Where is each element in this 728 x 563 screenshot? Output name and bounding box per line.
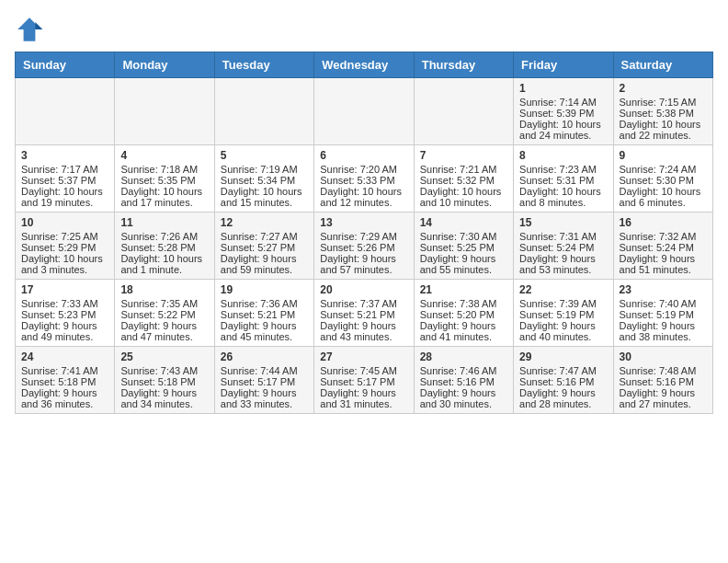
day-number: 2: [620, 82, 707, 95]
day-info: Daylight: 10 hours and 3 minutes.: [21, 253, 108, 275]
calendar-table: SundayMondayTuesdayWednesdayThursdayFrid…: [15, 52, 713, 414]
calendar-cell: [314, 78, 414, 145]
day-info: Sunset: 5:26 PM: [320, 242, 407, 253]
calendar-cell: 7Sunrise: 7:21 AMSunset: 5:32 PMDaylight…: [414, 145, 513, 213]
day-info: Daylight: 10 hours and 24 minutes.: [519, 119, 607, 141]
day-info: Sunrise: 7:37 AM: [320, 298, 407, 309]
calendar-week-row: 10Sunrise: 7:25 AMSunset: 5:29 PMDayligh…: [16, 213, 713, 280]
day-info: Sunrise: 7:30 AM: [420, 231, 507, 242]
day-info: Daylight: 10 hours and 8 minutes.: [519, 186, 607, 208]
day-number: 14: [420, 216, 507, 229]
calendar-cell: 5Sunrise: 7:19 AMSunset: 5:34 PMDaylight…: [214, 145, 313, 213]
day-info: Daylight: 9 hours and 51 minutes.: [620, 253, 707, 275]
day-number: 8: [519, 149, 607, 162]
day-info: Daylight: 10 hours and 1 minute.: [120, 253, 208, 275]
day-info: Daylight: 9 hours and 30 minutes.: [420, 387, 507, 409]
calendar-cell: 23Sunrise: 7:40 AMSunset: 5:19 PMDayligh…: [613, 280, 712, 347]
day-info: Sunset: 5:37 PM: [21, 175, 108, 186]
day-info: Sunrise: 7:43 AM: [120, 365, 208, 376]
logo-icon: [15, 15, 44, 44]
day-info: Daylight: 9 hours and 38 minutes.: [620, 320, 707, 342]
calendar-week-row: 3Sunrise: 7:17 AMSunset: 5:37 PMDaylight…: [16, 145, 713, 213]
day-info: Sunrise: 7:19 AM: [221, 164, 308, 175]
calendar-cell: 8Sunrise: 7:23 AMSunset: 5:31 PMDaylight…: [514, 145, 613, 213]
day-info: Sunrise: 7:39 AM: [519, 298, 607, 309]
day-info: Sunset: 5:38 PM: [620, 108, 707, 119]
day-info: Sunrise: 7:35 AM: [120, 298, 208, 309]
day-info: Daylight: 9 hours and 41 minutes.: [420, 320, 507, 342]
calendar-cell: [214, 78, 313, 145]
day-info: Daylight: 9 hours and 27 minutes.: [620, 387, 707, 409]
day-info: Sunset: 5:34 PM: [221, 175, 308, 186]
day-info: Sunset: 5:19 PM: [519, 309, 607, 320]
day-info: Sunrise: 7:44 AM: [221, 365, 308, 376]
calendar-cell: 4Sunrise: 7:18 AMSunset: 5:35 PMDaylight…: [115, 145, 214, 213]
day-number: 3: [21, 149, 108, 162]
calendar-cell: 12Sunrise: 7:27 AMSunset: 5:27 PMDayligh…: [214, 213, 313, 280]
calendar-week-row: 1Sunrise: 7:14 AMSunset: 5:39 PMDaylight…: [16, 78, 713, 145]
day-info: Sunrise: 7:38 AM: [420, 298, 507, 309]
calendar-cell: [16, 78, 115, 145]
calendar-cell: 25Sunrise: 7:43 AMSunset: 5:18 PMDayligh…: [115, 347, 214, 414]
calendar-cell: 24Sunrise: 7:41 AMSunset: 5:18 PMDayligh…: [16, 347, 115, 414]
day-number: 29: [519, 350, 607, 363]
day-info: Sunset: 5:16 PM: [519, 376, 607, 387]
calendar-cell: 26Sunrise: 7:44 AMSunset: 5:17 PMDayligh…: [214, 347, 313, 414]
day-info: Daylight: 9 hours and 36 minutes.: [21, 387, 108, 409]
day-info: Daylight: 10 hours and 17 minutes.: [120, 186, 208, 208]
day-number: 6: [320, 149, 407, 162]
day-info: Sunrise: 7:24 AM: [620, 164, 707, 175]
day-info: Sunset: 5:21 PM: [221, 309, 308, 320]
day-info: Sunrise: 7:20 AM: [320, 164, 407, 175]
day-info: Sunrise: 7:18 AM: [120, 164, 208, 175]
day-number: 28: [420, 350, 507, 363]
calendar-cell: 21Sunrise: 7:38 AMSunset: 5:20 PMDayligh…: [414, 280, 513, 347]
day-info: Sunrise: 7:26 AM: [120, 231, 208, 242]
weekday-header-thursday: Thursday: [414, 52, 513, 78]
day-number: 12: [221, 216, 308, 229]
day-info: Sunset: 5:27 PM: [221, 242, 308, 253]
day-number: 1: [519, 82, 607, 95]
day-info: Sunrise: 7:40 AM: [620, 298, 707, 309]
day-number: 25: [120, 350, 208, 363]
day-info: Daylight: 9 hours and 47 minutes.: [120, 320, 208, 342]
day-info: Sunset: 5:18 PM: [120, 376, 208, 387]
day-number: 20: [320, 283, 407, 296]
calendar-cell: [115, 78, 214, 145]
day-info: Sunrise: 7:25 AM: [21, 231, 108, 242]
day-info: Sunset: 5:18 PM: [21, 376, 108, 387]
calendar-cell: 27Sunrise: 7:45 AMSunset: 5:17 PMDayligh…: [314, 347, 414, 414]
day-info: Daylight: 10 hours and 15 minutes.: [221, 186, 308, 208]
page-header: [15, 15, 713, 44]
day-info: Sunset: 5:19 PM: [620, 309, 707, 320]
day-info: Sunset: 5:30 PM: [620, 175, 707, 186]
day-info: Daylight: 9 hours and 34 minutes.: [120, 387, 208, 409]
day-number: 16: [620, 216, 707, 229]
weekday-header-tuesday: Tuesday: [214, 52, 313, 78]
day-number: 24: [21, 350, 108, 363]
calendar-cell: 16Sunrise: 7:32 AMSunset: 5:24 PMDayligh…: [613, 213, 712, 280]
day-info: Sunrise: 7:45 AM: [320, 365, 407, 376]
day-info: Sunset: 5:21 PM: [320, 309, 407, 320]
day-info: Sunrise: 7:46 AM: [420, 365, 507, 376]
calendar-week-row: 17Sunrise: 7:33 AMSunset: 5:23 PMDayligh…: [16, 280, 713, 347]
day-info: Sunrise: 7:47 AM: [519, 365, 607, 376]
calendar-cell: 10Sunrise: 7:25 AMSunset: 5:29 PMDayligh…: [16, 213, 115, 280]
calendar-cell: 3Sunrise: 7:17 AMSunset: 5:37 PMDaylight…: [16, 145, 115, 213]
day-info: Sunset: 5:28 PM: [120, 242, 208, 253]
day-info: Sunrise: 7:15 AM: [620, 97, 707, 108]
day-info: Sunrise: 7:23 AM: [519, 164, 607, 175]
calendar-cell: 17Sunrise: 7:33 AMSunset: 5:23 PMDayligh…: [16, 280, 115, 347]
day-info: Daylight: 10 hours and 6 minutes.: [620, 186, 707, 208]
calendar-cell: 29Sunrise: 7:47 AMSunset: 5:16 PMDayligh…: [514, 347, 613, 414]
day-number: 7: [420, 149, 507, 162]
day-info: Sunset: 5:16 PM: [620, 376, 707, 387]
day-info: Daylight: 10 hours and 22 minutes.: [620, 119, 707, 141]
calendar-week-row: 24Sunrise: 7:41 AMSunset: 5:18 PMDayligh…: [16, 347, 713, 414]
day-info: Sunrise: 7:17 AM: [21, 164, 108, 175]
day-number: 26: [221, 350, 308, 363]
day-info: Daylight: 9 hours and 43 minutes.: [320, 320, 407, 342]
day-number: 22: [519, 283, 607, 296]
logo: [15, 15, 48, 44]
day-number: 23: [620, 283, 707, 296]
